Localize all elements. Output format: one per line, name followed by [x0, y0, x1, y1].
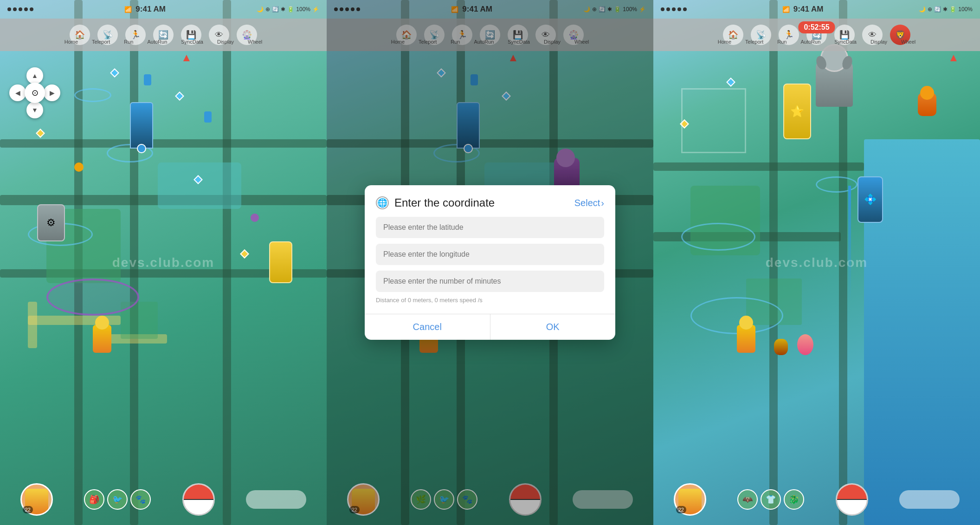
joystick-right[interactable]: ▶: [44, 84, 60, 101]
pokeball-3[interactable]: [836, 483, 868, 516]
signal-dots-3: [661, 7, 687, 11]
battery-text-3: 100%: [958, 6, 973, 13]
label-run: Run: [777, 39, 787, 45]
toolbar-labels-1: Home Teleport Run AutoRun SyncData Displ…: [0, 39, 327, 45]
label-display: Display: [870, 39, 887, 45]
companion-icon[interactable]: 🐾: [130, 489, 151, 510]
joystick-down[interactable]: ▼: [26, 102, 43, 118]
timer-badge: 0:52:55: [798, 21, 835, 33]
dragon-icon[interactable]: 🐉: [784, 489, 804, 510]
latitude-input[interactable]: [376, 217, 604, 238]
joystick-up[interactable]: ▲: [26, 67, 43, 84]
label-syncdata: SyncData: [181, 39, 203, 45]
dot: [683, 7, 687, 11]
bottom-hud-1: 22 🎒 🐦 🐾: [0, 474, 327, 525]
joystick-left[interactable]: ◀: [9, 84, 26, 101]
label-run: Run: [124, 39, 133, 45]
action-bar-1: [246, 490, 306, 509]
signal-dots: [7, 7, 33, 11]
pokestop: [111, 70, 121, 79]
label-teleport: Teleport: [745, 39, 763, 45]
dot: [672, 7, 676, 11]
bat-icon[interactable]: 🦇: [737, 489, 758, 510]
screen-1: ⚙ ▲ devs.cl: [0, 0, 327, 525]
pokestop: [241, 251, 251, 260]
label-home: Home: [64, 39, 78, 45]
gym-portal: 💠: [858, 176, 883, 223]
map-background-3: ⭐ 💠: [653, 0, 980, 525]
enemy-indicator: ▲: [181, 51, 192, 64]
label-syncdata: SyncData: [834, 39, 857, 45]
coordinate-dialog: 🌐 Enter the coordinate Select › Distance…: [365, 185, 615, 340]
screen-2: ▲ devs.club.com: [327, 0, 653, 525]
dialog-title: Enter the coordinate: [394, 196, 569, 209]
status-bar-1: 📶 9:41 AM 🌙 ⊕ 🔄 ✱ 🔋 100% ⚡: [0, 0, 327, 19]
companion-icon[interactable]: 🐦: [107, 489, 128, 510]
dot: [666, 7, 670, 11]
character-3: [737, 325, 755, 353]
blue-beam: [848, 186, 851, 302]
ring: [681, 223, 755, 251]
enemy-indicator-3: ▲: [948, 51, 959, 64]
avatar-container-3: 22: [674, 483, 706, 516]
path-v: [28, 302, 37, 348]
ok-button[interactable]: OK: [490, 314, 616, 340]
gym-tower-yellow: [269, 241, 292, 283]
label-autorun: AutoRun: [147, 39, 167, 45]
dialog-header: 🌐 Enter the coordinate Select ›: [365, 185, 615, 217]
screens-container: ⚙ ▲ devs.cl: [0, 0, 980, 525]
label-wheel: Wheel: [901, 39, 916, 45]
dot: [13, 7, 17, 11]
item-drop: [204, 111, 212, 123]
level-badge-1: 22: [23, 506, 33, 513]
cancel-button[interactable]: Cancel: [365, 314, 490, 340]
purple-ring: [46, 279, 139, 316]
level-badge-3: 22: [676, 506, 686, 513]
status-time-1: 9:41 AM: [135, 5, 166, 14]
ring: [74, 88, 111, 102]
pokemon-sprite: [74, 162, 84, 172]
joystick-ring: [681, 88, 746, 153]
select-arrow-icon: ›: [601, 198, 604, 208]
watermark-1: devs.club.com: [112, 255, 215, 270]
distance-info: Distance of 0 meters, 0 meters speed /s: [365, 292, 615, 308]
ring: [816, 176, 858, 193]
label-autorun: AutoRun: [800, 39, 820, 45]
companion-icons-3: 🦇 👕 🐉: [737, 489, 804, 510]
shirt-icon[interactable]: 👕: [761, 489, 781, 510]
minutes-input[interactable]: [376, 271, 604, 292]
pokeball-1[interactable]: [182, 483, 215, 516]
pokemon-pink: [797, 334, 813, 355]
toolbar-1: 🏠 📡 🏃 🔄 💾 👁 🎡: [0, 19, 327, 51]
action-bar-3: [899, 490, 960, 509]
dialog-footer: Cancel OK: [365, 314, 615, 340]
gym-tower-gray: ⚙: [37, 204, 65, 241]
pokestop-3: [728, 79, 737, 88]
road-v: [223, 0, 231, 525]
label-home: Home: [718, 39, 731, 45]
dialog-overlay: 🌐 Enter the coordinate Select › Distance…: [327, 0, 653, 525]
pokestop: [195, 176, 204, 186]
globe-icon: 🌐: [376, 196, 389, 209]
road: [653, 162, 864, 171]
companion-icon[interactable]: 🎒: [84, 489, 104, 510]
pokestop: [176, 93, 186, 102]
label-teleport: Teleport: [92, 39, 110, 45]
pokemon-sprite: [251, 214, 259, 222]
watermark-3: devs.club.com: [766, 255, 868, 270]
character: [93, 325, 111, 353]
dialog-select-button[interactable]: Select ›: [574, 198, 604, 208]
joystick: ▲ ▼ ◀ ▶ ⊙: [9, 67, 60, 118]
toolbar-labels-3: Home Teleport Run AutoRun SyncData Displ…: [653, 39, 980, 45]
pokemon-brown: [774, 339, 788, 355]
dot: [661, 7, 664, 11]
gym-tower: [130, 102, 153, 153]
avatar-container-1: 22: [20, 483, 53, 516]
label-wheel: Wheel: [248, 39, 262, 45]
status-icons-3: 🌙⊕🔄✱🔋 100%: [919, 6, 973, 13]
water: [158, 162, 241, 209]
longitude-input[interactable]: [376, 244, 604, 265]
joystick-center[interactable]: ⊙: [25, 83, 45, 103]
gym-tower-3: ⭐: [783, 84, 811, 139]
screen-3: ⭐ 💠: [653, 0, 980, 525]
